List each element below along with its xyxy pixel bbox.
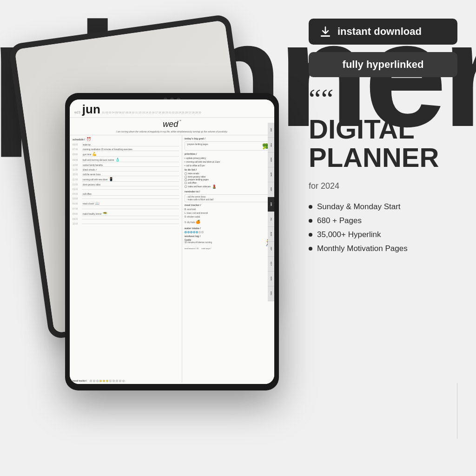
mood-circle bbox=[116, 380, 118, 382]
time-row: 05:00 bbox=[73, 197, 179, 200]
time-row: 04:00 call office bbox=[73, 192, 179, 196]
mood-circle bbox=[96, 380, 99, 382]
mood-circle bbox=[93, 380, 95, 382]
fully-hyperlinked-badge[interactable]: fully hyperlinked bbox=[309, 52, 457, 77]
time-row: 12:00 call the senior boss bbox=[73, 172, 179, 176]
right-section: instant download fully hyperlinked ““ DI… bbox=[299, 0, 476, 476]
time-row: 07:00 bbox=[73, 207, 179, 211]
planner-body: schedule / ⏰ 06:00 wake up 07:00 morning… bbox=[70, 135, 274, 383]
bullet-icon bbox=[309, 205, 312, 209]
side-tab-jun: JUN bbox=[268, 197, 274, 212]
tablet-front: w23 jun 01 02 03 04 05/ 06 07 08 09 10 1… bbox=[65, 93, 279, 390]
time-row: 06:00 read a book📖 bbox=[73, 201, 179, 206]
download-icon bbox=[319, 25, 332, 38]
side-tab-oct: OCT bbox=[268, 257, 274, 271]
mood-label: mood tracker / bbox=[73, 380, 87, 382]
mood-circles bbox=[90, 380, 125, 382]
planner-header: w23 jun 01 02 03 04 05/ 06 07 08 09 10 1… bbox=[70, 99, 274, 118]
todo-item: prepare landing pages bbox=[185, 178, 272, 181]
workout-section-title: workout log / bbox=[185, 235, 272, 238]
bullet-icon bbox=[309, 219, 312, 223]
mood-tracker: mood tracker / bbox=[73, 380, 182, 382]
time-row: 03:00 bbox=[73, 187, 179, 191]
svg-rect-15 bbox=[321, 35, 330, 37]
right-column: today's big goal / prepare landing pages… bbox=[182, 135, 274, 383]
mood-circle bbox=[103, 380, 105, 382]
water-circles bbox=[185, 231, 272, 233]
feature-text: 680 + Pages bbox=[317, 216, 362, 225]
product-year: for 2024 bbox=[309, 181, 457, 191]
feature-item-sunday-monday: Sunday & Monday Start bbox=[309, 202, 457, 212]
water-drop bbox=[185, 231, 187, 233]
mood-circle bbox=[106, 380, 108, 382]
day-label: wed bbox=[163, 119, 178, 129]
water-drop bbox=[196, 231, 198, 233]
meal-item: D: chicken salad bbox=[185, 215, 272, 219]
divider-line bbox=[457, 383, 457, 439]
time-row: 10:00 review family benefits bbox=[73, 163, 179, 167]
time-row: 09:00 bbox=[73, 217, 179, 221]
side-tab-apr: APR bbox=[268, 167, 274, 182]
product-title: DIGITAL PLANNER bbox=[309, 115, 457, 172]
side-tab-aug: AUG bbox=[268, 227, 274, 242]
mood-circle bbox=[109, 380, 112, 382]
water-drop bbox=[198, 231, 201, 233]
workout-box: Cardio 30 minutes of intense running 🏃‍♀… bbox=[185, 239, 272, 246]
water-section-title: water intake / bbox=[185, 227, 272, 230]
mood-circle bbox=[112, 380, 115, 382]
schedule-title: schedule / ⏰ bbox=[73, 137, 179, 141]
meal-item: B: acai bowl bbox=[185, 208, 272, 212]
water-drop bbox=[201, 231, 204, 233]
month-dates: 01 02 03 04 05/ 06 07 08 09 10 11 12/ 13… bbox=[102, 111, 270, 114]
water-drop bbox=[193, 231, 195, 233]
instant-download-badge[interactable]: instant download bbox=[309, 19, 457, 45]
day-section: wed " bbox=[70, 118, 274, 130]
side-tabs: JAN FEB MAR APR MAY JUN JUL AUG SEP OCT … bbox=[268, 123, 274, 301]
total-steps: total steps / bbox=[201, 247, 211, 250]
mood-circle bbox=[122, 380, 125, 382]
feature-text: 35,000+ Hyperlink bbox=[317, 230, 381, 239]
side-tab-feb: FEB bbox=[268, 138, 274, 152]
features-list: Sunday & Monday Start 680 + Pages 35,000… bbox=[309, 202, 457, 253]
quote-mark: ““ bbox=[309, 85, 457, 112]
product-title-line2: PLANNER bbox=[309, 144, 457, 172]
tablet-screen: w23 jun 01 02 03 04 05/ 06 07 08 09 10 1… bbox=[70, 99, 274, 384]
feature-item-hyperlinks: 35,000+ Hyperlink bbox=[309, 230, 457, 239]
reminders-box: ◦ call the senior boss ◦ make calls to M… bbox=[185, 194, 272, 202]
bullet-icon bbox=[309, 247, 312, 251]
bullet-icon bbox=[309, 233, 312, 237]
daily-quote: I am turning down the volume of negativi… bbox=[70, 130, 274, 135]
month-title: jun bbox=[82, 103, 100, 115]
workout-text: Cardio 30 minutes of intense running bbox=[185, 239, 212, 244]
goals-section-title: today's big goal / bbox=[185, 137, 272, 140]
priority-item: •update privacy policy bbox=[185, 157, 272, 159]
mood-circle bbox=[119, 380, 121, 382]
time-row: 11:00 check emails ✓ bbox=[73, 168, 179, 172]
time-row: 07:00 morning meditation 20 minutes of b… bbox=[73, 147, 179, 151]
time-row: 10:00 bbox=[73, 222, 179, 225]
workout-stats: total minutes / 35 total steps / bbox=[185, 247, 272, 250]
time-row: 06:00 wake up bbox=[73, 143, 179, 146]
goal-box: prepare landing pages 🥦 bbox=[185, 141, 272, 151]
meal-item: S: dry fruits 🍊 bbox=[185, 219, 272, 225]
time-row: 08:00 gym time💪 bbox=[73, 152, 179, 157]
todo-item: make and learn skincare💄 bbox=[185, 185, 272, 189]
meal-section-title: meal tracker / bbox=[185, 204, 272, 206]
priorities-section-title: priorities / bbox=[185, 152, 272, 155]
side-tab-dec: DEC bbox=[268, 286, 274, 301]
left-section: w23 jun 01 02 03 04 05/ 06 07 08 09 10 1… bbox=[0, 0, 316, 476]
time-row: 01:00 running call with new client📱 bbox=[73, 177, 179, 182]
instant-download-label: instant download bbox=[337, 26, 422, 38]
time-row: 02:00 done grocery video bbox=[73, 183, 179, 186]
side-tab-nov: NOV bbox=[268, 271, 274, 286]
reminder-item: ◦ call the senior boss bbox=[186, 196, 270, 198]
goal-text: prepare landing pages bbox=[187, 143, 208, 145]
feature-text: Monthly Motivation Pages bbox=[317, 244, 408, 253]
fully-hyperlinked-label: fully hyperlinked bbox=[343, 59, 424, 70]
reminders-section-title: reminder to / bbox=[185, 190, 272, 193]
todo-item: retire emails bbox=[185, 172, 272, 175]
side-tab-may: MAY bbox=[268, 182, 274, 197]
meal-item: L: toast, cod and broccoli bbox=[185, 212, 272, 215]
feature-item-motivation: Monthly Motivation Pages bbox=[309, 244, 457, 253]
feature-text: Sunday & Monday Start bbox=[317, 202, 401, 212]
